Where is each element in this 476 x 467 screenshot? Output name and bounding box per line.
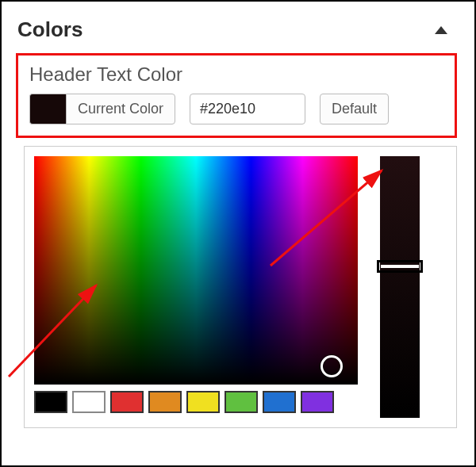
preset-swatch[interactable] <box>34 391 67 413</box>
current-color-button[interactable]: Current Color <box>66 94 175 124</box>
caret-up-icon <box>435 26 447 34</box>
brightness-handle[interactable] <box>377 260 423 273</box>
preset-swatch[interactable] <box>72 391 106 413</box>
preset-swatch[interactable] <box>301 391 334 413</box>
preset-swatch[interactable] <box>186 391 220 413</box>
preset-swatch[interactable] <box>110 391 144 413</box>
sv-picker-ring[interactable] <box>321 355 343 377</box>
saturation-value-canvas[interactable] <box>34 156 358 385</box>
default-button[interactable]: Default <box>320 94 389 124</box>
field-label: Header Text Color <box>29 63 443 86</box>
brightness-slider[interactable] <box>380 156 420 418</box>
current-color-group: Current Color <box>29 94 175 124</box>
current-color-swatch[interactable] <box>29 94 66 124</box>
preset-swatch[interactable] <box>263 391 296 413</box>
preset-swatch[interactable] <box>148 391 182 413</box>
section-header[interactable]: Colors <box>16 14 459 50</box>
header-text-color-group: Header Text Color Current Color Default <box>16 53 457 138</box>
color-picker <box>24 146 457 428</box>
preset-swatch[interactable] <box>225 391 258 413</box>
preset-swatch-row <box>34 391 358 413</box>
colors-panel-frame: Colors Header Text Color Current Color D… <box>0 0 476 467</box>
hex-input[interactable] <box>190 94 305 124</box>
section-title: Colors <box>17 17 83 42</box>
